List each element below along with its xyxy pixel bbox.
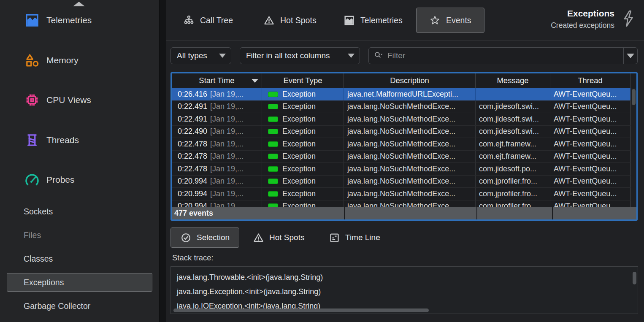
sort-descending-icon [252, 79, 258, 83]
event-type-badge [268, 191, 278, 197]
cell-message: com.jprofiler.fro... [476, 176, 550, 188]
event-type-badge [268, 179, 278, 184]
event-type-badge [268, 154, 278, 159]
column-filter-dropdown[interactable]: Filter in all text columns [240, 47, 360, 64]
cell-description: java.lang.NoSuchMethodExce... [344, 188, 476, 200]
search-options-dropdown[interactable] [623, 48, 637, 64]
event-type-label: Exception [282, 90, 316, 99]
sidebar-item-sockets[interactable]: Sockets [7, 202, 152, 221]
stack-horizontal-scrollbar[interactable] [173, 308, 429, 312]
hot-spots-button[interactable]: Hot Spots [253, 227, 304, 248]
sidebar-item-garbage-collector[interactable]: Garbage Collector [7, 297, 152, 315]
event-type-badge [268, 92, 278, 97]
tab-call-tree[interactable]: Call Tree [183, 0, 233, 41]
events-table: Start TimeEvent TypeDescriptionMessageTh… [170, 72, 638, 221]
event-date: [Jan 19,... [210, 165, 244, 173]
cell-start-time: 0:22.490[Jan 19,... [172, 126, 262, 138]
probes-icon [24, 172, 40, 187]
stack-vertical-scrollbar[interactable] [633, 272, 636, 284]
event-date: [Jan 19,... [210, 140, 244, 149]
event-type-badge [268, 166, 278, 172]
cell-start-time: 0:20.994[Jan 19,... [172, 176, 262, 188]
time-line-button[interactable]: Time Line [329, 227, 380, 248]
sidebar-item-label: Memory [46, 55, 78, 65]
scrollbar-thumb[interactable] [632, 89, 636, 105]
column-header-label: Description [390, 76, 429, 85]
table-row[interactable]: 0:26.416[Jan 19,...Exceptionjava.net.Mal… [172, 88, 636, 101]
sidebar-item-label: Telemetries [46, 15, 92, 25]
event-time: 0:20.994 [178, 202, 207, 207]
filter-search-field [368, 47, 638, 64]
sidebar-item-label: Classes [24, 254, 53, 264]
sidebar-item-probes[interactable]: Probes [0, 165, 160, 194]
cell-start-time: 0:22.478[Jan 19,... [172, 163, 262, 175]
telemetries-icon [344, 15, 355, 26]
tab-hot-spots[interactable]: Hot Spots [263, 0, 317, 41]
sidebar-item-threads[interactable]: Threads [0, 126, 160, 154]
sidebar-item-label: Files [24, 230, 41, 240]
cell-start-time: 0:20.994[Jan 19,... [172, 188, 262, 200]
selection-button[interactable]: Selection [170, 227, 239, 248]
table-row[interactable]: 0:20.994[Jan 19,...Exceptionjava.lang.No… [172, 188, 636, 200]
cell-start-time: 0:22.491[Jan 19,... [172, 113, 262, 125]
lightning-icon [620, 9, 636, 28]
event-time: 0:22.491 [178, 115, 207, 124]
table-row[interactable]: 0:22.491[Jan 19,...Exceptionjava.lang.No… [172, 101, 636, 114]
event-date: [Jan 19,... [210, 177, 244, 186]
table-row[interactable]: 0:22.478[Jan 19,...Exceptionjava.lang.No… [172, 163, 636, 176]
tab-telemetries[interactable]: Telemetries [344, 0, 403, 41]
cell-description: java.lang.NoSuchMethodExce... [344, 163, 476, 175]
app-window: TelemetriesMemoryCPU ViewsThreadsProbes … [0, 0, 644, 322]
table-row[interactable]: 0:20.994[Jan 19,...Exceptionjava.lang.No… [172, 200, 636, 208]
cell-message [476, 88, 550, 100]
button-label: Hot Spots [269, 233, 304, 242]
cell-event-type: Exception [262, 200, 344, 208]
button-label: Time Line [345, 233, 380, 242]
tab-label: Hot Spots [280, 16, 317, 25]
column-header-description[interactable]: Description [344, 73, 476, 88]
sidebar-item-cpu-views[interactable]: CPU Views [0, 86, 160, 114]
tab-label: Telemetries [360, 16, 403, 25]
search-input[interactable] [387, 48, 623, 63]
sidebar-item-files[interactable]: Files [7, 226, 152, 244]
cell-message: com.jprofiler.fro... [476, 200, 550, 208]
table-row[interactable]: 0:20.994[Jan 19,...Exceptionjava.lang.No… [172, 176, 636, 188]
hot-spots-icon [253, 232, 264, 244]
cell-start-time: 0:22.478[Jan 19,... [172, 138, 262, 150]
sidebar-item-memory[interactable]: Memory [0, 46, 160, 75]
sidebar-item-classes[interactable]: Classes [7, 249, 152, 268]
table-row[interactable]: 0:22.491[Jan 19,...Exceptionjava.lang.No… [172, 113, 636, 126]
sidebar-item-label: CPU Views [46, 95, 91, 105]
table-row[interactable]: 0:22.478[Jan 19,...Exceptionjava.lang.No… [172, 151, 636, 163]
cell-event-type: Exception [262, 113, 344, 125]
cell-thread: AWT-EventQueu... [550, 88, 630, 100]
table-row[interactable]: 0:22.478[Jan 19,...Exceptionjava.lang.No… [172, 138, 636, 151]
cell-event-type: Exception [262, 163, 344, 175]
table-summary-row: 477 events [172, 207, 636, 219]
cell-start-time: 0:22.478[Jan 19,... [172, 151, 262, 163]
sidebar-item-exceptions[interactable]: Exceptions [7, 273, 152, 292]
cell-event-type: Exception [262, 88, 344, 100]
table-vertical-scrollbar[interactable] [630, 88, 636, 207]
column-header-message[interactable]: Message [476, 73, 550, 88]
table-row[interactable]: 0:22.490[Jan 19,...Exceptionjava.lang.No… [172, 126, 636, 138]
type-filter-dropdown[interactable]: All types [170, 47, 231, 64]
column-header-start-time[interactable]: Start Time [172, 73, 262, 88]
stack-trace-label: Stack trace: [172, 253, 214, 262]
cell-event-type: Exception [262, 176, 344, 188]
cell-message: com.ejt.framew... [476, 151, 550, 163]
events-icon [429, 15, 441, 26]
sidebar-item-label: Exceptions [24, 278, 64, 287]
tab-label: Call Tree [200, 16, 233, 25]
chevron-down-icon [627, 54, 634, 58]
cell-description: java.lang.NoSuchMethodExce... [344, 138, 476, 150]
sidebar-item-telemetries[interactable]: Telemetries [0, 6, 160, 35]
cell-message: com.jidesoft.swi... [476, 126, 550, 138]
column-header-event-type[interactable]: Event Type [262, 73, 344, 88]
event-date: [Jan 19,... [210, 90, 244, 99]
type-filter-value: All types [177, 51, 207, 60]
cell-description: java.lang.NoSuchMethodExce... [344, 101, 476, 113]
cell-thread: AWT-EventQueu... [550, 151, 630, 163]
view-tab-bar: Call TreeHot SpotsTelemetriesEvents Exce… [166, 0, 644, 41]
column-header-thread[interactable]: Thread [550, 73, 630, 88]
